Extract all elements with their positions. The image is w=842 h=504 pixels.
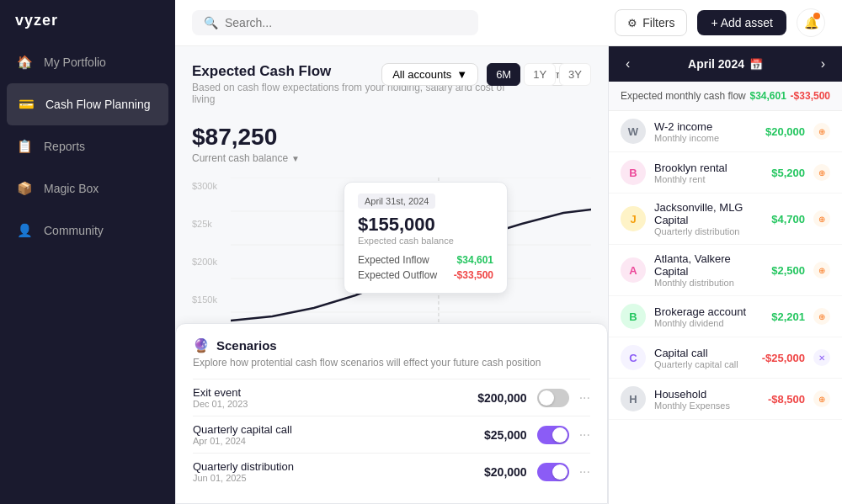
- time-3y-button[interactable]: 3Y: [559, 63, 591, 86]
- accounts-dropdown[interactable]: All accounts ▼: [381, 63, 478, 86]
- flow-item-5: C Capital call Quarterly capital call -$…: [609, 337, 842, 379]
- scenario-info: Quarterly distribution Jun 01, 2025: [193, 460, 450, 483]
- flow-info-1: Brooklyn rental Monthly rent: [654, 162, 763, 184]
- scenario-toggle-2[interactable]: [537, 463, 569, 481]
- flow-action-icon-5[interactable]: ✕: [813, 349, 830, 366]
- header: 🔍 ⚙ Filters + Add asset 🔔: [175, 0, 842, 46]
- prev-month-button[interactable]: ‹: [621, 55, 635, 73]
- flow-action-icon-2[interactable]: ⊕: [813, 210, 830, 227]
- sidebar-item-label: Cash Flow Planning: [45, 98, 151, 111]
- flow-item-6: H Household Monthly Expenses -$8,500 ⊕: [609, 379, 842, 420]
- flow-avatar-5: C: [621, 345, 646, 370]
- flow-avatar-4: B: [621, 304, 646, 329]
- tooltip-outflow-row: Expected Outflow -$33,500: [358, 268, 493, 283]
- scenario-item-1: Quarterly capital call Apr 01, 2024 $25,…: [193, 416, 590, 453]
- chart-tooltip: April 31st, 2024 $155,000 Expected cash …: [344, 182, 508, 294]
- scenarios-subtitle: Explore how protential cash flow scenari…: [193, 357, 590, 369]
- logo: vyzer: [0, 0, 175, 41]
- community-icon: 👤: [15, 221, 34, 240]
- flow-info-6: Household Monthly Expenses: [654, 388, 759, 411]
- header-actions: ⚙ Filters + Add asset 🔔: [615, 8, 825, 37]
- cashflow-icon: 💳: [17, 95, 35, 114]
- flow-info-3: Atlanta, Valkere Capital Monthly distrib…: [654, 252, 763, 288]
- flow-item-1: B Brooklyn rental Monthly rent $5,200 ⊕: [609, 152, 842, 194]
- dropdown-chevron-icon: ▼: [456, 68, 467, 81]
- search-input[interactable]: [225, 16, 466, 29]
- scenarios-title: Scenarios: [216, 338, 277, 353]
- next-month-button[interactable]: ›: [816, 55, 830, 73]
- cash-balance: $87,250: [192, 124, 300, 151]
- time-6m-button[interactable]: 6M: [487, 63, 520, 86]
- add-asset-button[interactable]: + Add asset: [697, 10, 786, 35]
- flow-info-5: Capital call Quarterly capital call: [654, 347, 754, 369]
- flow-avatar-3: A: [621, 257, 646, 283]
- tooltip-inflow-row: Expected Inflow $34,601: [358, 252, 493, 268]
- sidebar-item-magicbox[interactable]: 📦 Magic Box: [0, 167, 175, 210]
- flow-action-icon-3[interactable]: ⊕: [813, 262, 830, 279]
- chevron-down-icon: ▼: [291, 154, 300, 163]
- scenarios-icon: 🔮: [193, 337, 210, 353]
- calendar-icon: 📅: [749, 58, 763, 71]
- flow-action-icon-1[interactable]: ⊕: [813, 164, 830, 181]
- flow-item-2: J Jacksonville, MLG Capital Quarterly di…: [609, 194, 842, 245]
- filters-button[interactable]: ⚙ Filters: [615, 9, 687, 36]
- main-content: 🔍 ⚙ Filters + Add asset 🔔 Expected Cash …: [175, 0, 842, 504]
- flow-info-0: W-2 income Monthly income: [654, 120, 757, 143]
- month-nav: ‹ April 2024 📅 ›: [609, 46, 842, 82]
- flow-avatar-2: J: [621, 206, 646, 231]
- chart-controls: All accounts ▼ 6M 1Y 3Y: [381, 63, 591, 86]
- sidebar-item-label: Reports: [44, 140, 85, 153]
- scenario-info: Exit event Dec 01, 2023: [193, 386, 450, 409]
- scenario-toggle-0[interactable]: [537, 389, 569, 407]
- sidebar: vyzer 🏠 My Portfolio 💳 Cash Flow Plannin…: [0, 0, 175, 504]
- tooltip-amount: $155,000: [358, 214, 493, 236]
- chart-panel: Expected Cash Flow Based on cash flow ex…: [175, 46, 608, 504]
- filter-icon: ⚙: [627, 17, 637, 29]
- sidebar-item-label: My Portfolio: [44, 56, 106, 69]
- flow-action-icon-0[interactable]: ⊕: [813, 123, 830, 140]
- search-bar[interactable]: 🔍: [192, 10, 478, 35]
- chart-area: $300k $25k $200k $150k $100k: [192, 178, 591, 346]
- scenario-menu-0[interactable]: ···: [579, 390, 590, 406]
- sidebar-item-label: Community: [44, 224, 104, 237]
- flow-item-4: B Brokerage account Monthly dividend $2,…: [609, 296, 842, 337]
- cash-flow-summary: Expected monthly cash flow $34,601 -$33,…: [609, 82, 842, 111]
- content-area: Expected Cash Flow Based on cash flow ex…: [175, 46, 842, 504]
- sidebar-item-portfolio[interactable]: 🏠 My Portfolio: [0, 41, 175, 83]
- tooltip-label: Expected cash balance: [358, 236, 493, 246]
- reports-icon: 📋: [15, 137, 34, 156]
- scenario-menu-1[interactable]: ···: [579, 427, 590, 443]
- month-title: April 2024 📅: [635, 57, 815, 71]
- sidebar-item-label: Magic Box: [44, 182, 99, 195]
- flow-item-0: W W-2 income Monthly income $20,000 ⊕: [609, 111, 842, 152]
- flow-action-icon-6[interactable]: ⊕: [813, 390, 830, 407]
- magicbox-icon: 📦: [15, 179, 34, 198]
- flow-item-3: A Atlanta, Valkere Capital Monthly distr…: [609, 245, 842, 296]
- time-1y-button[interactable]: 1Y: [524, 63, 556, 86]
- flow-avatar-0: W: [621, 119, 646, 144]
- notification-button[interactable]: 🔔: [797, 8, 825, 37]
- scenario-item-2: Quarterly distribution Jun 01, 2025 $20,…: [193, 453, 590, 490]
- flow-avatar-6: H: [621, 386, 646, 411]
- tooltip-date: April 31st, 2024: [358, 194, 435, 209]
- sidebar-nav: 🏠 My Portfolio 💳 Cash Flow Planning 📋 Re…: [0, 41, 175, 504]
- flow-action-icon-4[interactable]: ⊕: [813, 308, 830, 325]
- notification-dot: [813, 13, 820, 19]
- right-panel: ‹ April 2024 📅 › Expected monthly cash f…: [608, 46, 842, 504]
- scenario-toggle-1[interactable]: [537, 426, 569, 444]
- sidebar-item-cashflow[interactable]: 💳 Cash Flow Planning: [7, 83, 168, 125]
- time-buttons: 6M 1Y 3Y: [487, 63, 591, 86]
- sidebar-item-reports[interactable]: 📋 Reports: [0, 125, 175, 167]
- scenarios-panel: 🔮 Scenarios Explore how protential cash …: [175, 323, 608, 504]
- scenario-info: Quarterly capital call Apr 01, 2024: [193, 423, 450, 446]
- scenario-item-0: Exit event Dec 01, 2023 $200,000 ···: [193, 379, 590, 416]
- flow-avatar-1: B: [621, 160, 646, 185]
- flow-info-4: Brokerage account Monthly dividend: [654, 305, 763, 328]
- scenario-menu-2[interactable]: ···: [579, 464, 590, 480]
- sidebar-item-community[interactable]: 👤 Community: [0, 210, 175, 252]
- cash-balance-label: Current cash balance ▼: [192, 152, 300, 164]
- portfolio-icon: 🏠: [15, 53, 34, 72]
- flow-info-2: Jacksonville, MLG Capital Quarterly dist…: [654, 201, 763, 236]
- flow-items-list: W W-2 income Monthly income $20,000 ⊕ B …: [609, 111, 842, 504]
- scenarios-header: 🔮 Scenarios: [193, 337, 590, 353]
